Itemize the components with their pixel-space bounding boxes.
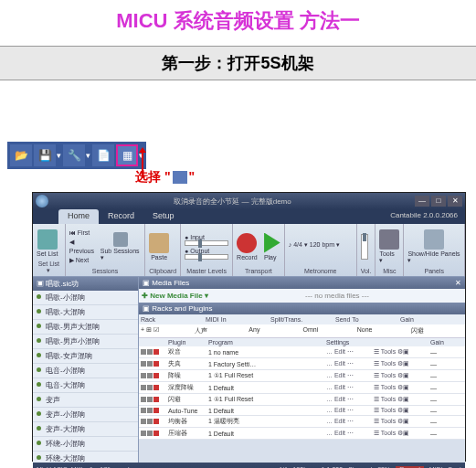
window-title: 取消录音的全小节延 — 完整版demo (52, 197, 413, 207)
session-item[interactable]: 电音-小混响 (33, 364, 138, 378)
session-item[interactable]: 唱歌-男声大混响 (33, 320, 138, 335)
cantabile-window: 取消录音的全小节延 — 完整版demo — □ ✕ Home Record Se… (32, 192, 466, 462)
tab-record[interactable]: Record (99, 209, 143, 224)
rack-icon-highlighted[interactable]: ▦ (116, 144, 138, 166)
tab-setup[interactable]: Setup (143, 209, 184, 224)
media-toolbar: ✚ New Media File ▾ --- no media files --… (139, 289, 465, 303)
rack-icon (173, 171, 187, 184)
session-item[interactable]: 唱歌-男声小混响 (33, 335, 138, 349)
close-button[interactable]: ✕ (448, 196, 462, 207)
session-nav[interactable]: ⏮ First◀ Previous▶ Next (69, 229, 98, 265)
group-label: Clipboard (149, 267, 176, 274)
doc-icon[interactable]: 📄 (92, 144, 114, 166)
select-label: 选择 "" (135, 169, 195, 186)
group-label: Master Levels (185, 267, 228, 274)
tools-button[interactable]: Tools ▾ (379, 229, 399, 264)
plugin-columns: PluginProgramSettingsGain (139, 338, 465, 346)
group-label: Sessions (69, 267, 141, 274)
rack-row[interactable]: + ⊞ ☑人声AnyOmniNone闪避 (139, 324, 465, 338)
plugin-row[interactable]: 均衡器1 温暖明亮… Edit ⋯☰ Tools ⚙▣— (139, 416, 465, 428)
status-bar: MicU ASIO 44Khz 1 x 176 samples 4/4 120b… (33, 463, 465, 468)
rack-header: ▣ Racks and Plugins (139, 303, 465, 314)
play-button[interactable]: Play (260, 233, 280, 261)
plugin-row[interactable]: 失真1 Factory Setti…… Edit ⋯☰ Tools ⚙▣— (139, 358, 465, 370)
session-item[interactable]: 变声-大混响 (33, 422, 138, 437)
group-label: Panels (407, 267, 460, 274)
page-title: MICU 系统音频设置 方法一 (0, 0, 476, 42)
session-item[interactable]: 唱歌-大混响 (33, 305, 138, 320)
new-media-button[interactable]: ✚ New Media File ▾ (142, 292, 208, 300)
panels-button[interactable]: Show/Hide Panels ▾ (407, 229, 460, 264)
master-levels[interactable]: ● Input ● Output (185, 234, 228, 260)
app-orb-icon[interactable] (36, 195, 48, 207)
tab-home[interactable]: Home (58, 209, 99, 224)
ribbon-tabs: Home Record Setup Cantabile 2.0.0.2066 (33, 209, 465, 224)
session-list-panel: ▣ 唱歌.sic功 唱歌-小混响唱歌-大混响唱歌-男声大混响唱歌-男声小混响唱歌… (33, 277, 139, 463)
session-item[interactable]: 环绕-大混响 (33, 452, 138, 463)
session-item[interactable]: 唱歌-小混响 (33, 291, 138, 305)
minimize-button[interactable]: — (415, 196, 429, 207)
group-label: Misc (379, 267, 399, 274)
group-label: Set List ▾ (37, 260, 61, 274)
session-item[interactable]: 变声-小混响 (33, 408, 138, 422)
rack-columns: RackMIDI InSplit/Trans.Send ToGain (139, 314, 465, 324)
ribbon: Set List Set List ▾ ⏮ First◀ Previous▶ N… (33, 224, 465, 277)
paste-button[interactable]: Paste (149, 233, 169, 261)
group-label: Metronome (289, 267, 353, 274)
app-brand: Cantabile 2.0.0.2066 (383, 209, 465, 224)
plugin-row[interactable]: Auto-Tune1 Default… Edit ⋯☰ Tools ⚙▣— (139, 406, 465, 416)
plugin-row[interactable]: 压缩器1 Default… Edit ⋯☰ Tools ⚙▣— (139, 428, 465, 440)
quick-toolbar: 📂 💾 ▾ 🔧 ▾ 📄 ▦ ▾ (7, 142, 146, 169)
save-icon[interactable]: 💾 (34, 144, 56, 166)
plugin-row[interactable]: 双音1 no name… Edit ⋯☰ Tools ⚙▣— (139, 346, 465, 358)
separator: ▾ (57, 144, 62, 166)
session-list-header: ▣ 唱歌.sic功 (33, 277, 138, 291)
step-label: 第一步：打开5S机架 (0, 46, 476, 80)
subsessions-button[interactable]: Sub Sessions ▾ (100, 232, 141, 261)
session-item[interactable]: 变声 (33, 393, 138, 408)
media-header: ▣ Media Files✕ (139, 277, 465, 289)
group-label: Vol. (361, 267, 372, 274)
session-item[interactable]: 电音-大混响 (33, 378, 138, 393)
setlist-button[interactable]: Set List (37, 229, 58, 257)
plugin-row[interactable]: 降噪1 ①1 Full Reset… Edit ⋯☰ Tools ⚙▣— (139, 370, 465, 382)
group-label: Transport (237, 267, 280, 274)
maximize-button[interactable]: □ (431, 196, 446, 207)
session-item[interactable]: 唱歌-女声混响 (33, 349, 138, 364)
tool-icon[interactable]: 🔧 (63, 144, 85, 166)
session-item[interactable]: 环绕-小混响 (33, 437, 138, 452)
plugin-row[interactable]: 深度降噪1 Default… Edit ⋯☰ Tools ⚙▣— (139, 382, 465, 394)
separator: ▾ (86, 144, 91, 166)
no-media-label: --- no media files --- (212, 292, 462, 300)
volume-slider[interactable] (361, 234, 368, 260)
plugin-row[interactable]: 闪避1 ①1 Full Reset… Edit ⋯☰ Tools ⚙▣— (139, 394, 465, 406)
main-panel: ▣ Media Files✕ ✚ New Media File ▾ --- no… (139, 277, 465, 463)
metronome-settings[interactable]: ♪ 4/4 ▾ 120 bpm ▾ (289, 240, 353, 252)
folder-icon[interactable]: 📂 (10, 144, 32, 166)
record-button[interactable]: Record (237, 233, 258, 261)
titlebar: 取消录音的全小节延 — 完整版demo — □ ✕ (33, 193, 465, 209)
